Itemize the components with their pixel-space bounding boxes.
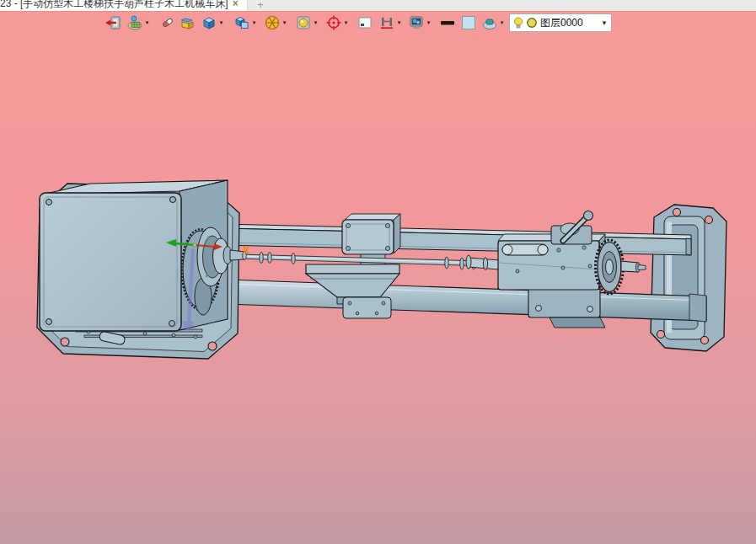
combo-dropdown-icon[interactable]: ▼ [601,19,608,27]
headstock-front[interactable] [40,193,181,331]
isometric-box-button[interactable] [179,14,196,31]
frame-corner-icon [357,14,373,31]
eraser-button[interactable] [159,14,176,31]
document-tab[interactable]: 23 - [手动仿型木工楼梯扶手葫芦柱子木工机械车床] × [0,0,247,11]
view-wheel-icon [264,14,281,31]
tab-bar: 23 - [手动仿型木工楼梯扶手葫芦柱子木工机械车床] × + [0,0,756,12]
dropdown-arrow-icon[interactable]: ▾ [395,14,403,31]
material-button[interactable] [126,14,143,31]
system-monitor-icon [408,14,425,31]
light-bulb-icon [513,17,523,29]
exit-button[interactable] [105,14,121,31]
new-tab-button[interactable]: + [247,0,273,11]
dropdown-arrow-icon[interactable]: ▾ [312,14,319,31]
carriage-box[interactable] [342,214,400,254]
right-mount-plate[interactable] [651,205,727,351]
color-swatch-icon [460,14,477,31]
dropdown-arrow-icon[interactable]: ▾ [217,14,225,31]
material-icon [126,14,143,31]
dropdown-arrow-icon[interactable]: ▾ [425,14,432,31]
dropdown-arrow-icon[interactable]: ▾ [342,14,350,31]
rail-clamp[interactable] [343,297,391,318]
upper-rail[interactable] [221,224,691,255]
layer-combobox[interactable]: 图层0000 ▼ [509,13,612,32]
isometric-box-icon [179,14,196,31]
frame-corner-button[interactable] [357,14,373,31]
view-wheel-button[interactable] [264,14,281,31]
render-mode-icon [295,14,312,31]
section-button[interactable] [378,14,395,31]
tailstock-spindle[interactable] [621,261,646,272]
view-cube-button[interactable] [201,14,217,31]
axis-x-label: X [242,243,250,257]
origin-target-icon [325,14,342,31]
document-tab-title: 23 - [手动仿型木工楼梯扶手葫芦柱子木工机械车床] [0,0,228,10]
cad-application-window: X 23 - [手动仿型木工楼梯扶手葫芦柱子木工机械车床] × + [0,0,756,544]
layer-name-label: 图层0000 [540,16,583,30]
view-cube-icon [201,14,217,31]
pick-hand-button[interactable] [481,14,498,31]
pick-hand-icon [481,14,498,31]
quick-access-toolbar: ▾ ▾ [0,12,612,34]
line-width-button[interactable] [439,14,456,31]
display-style-button[interactable] [233,14,250,31]
eraser-icon [159,14,176,31]
tab-close-icon[interactable]: × [233,0,239,10]
origin-target-button[interactable] [325,14,342,31]
display-style-icon [233,14,250,31]
line-width-icon [439,14,456,31]
render-mode-button[interactable] [295,14,312,31]
dropdown-arrow-icon[interactable]: ▾ [281,14,288,31]
color-swatch-button[interactable] [460,14,477,31]
dropdown-arrow-icon[interactable]: ▾ [250,14,258,31]
dropdown-arrow-icon[interactable]: ▾ [143,14,151,31]
dropdown-arrow-icon[interactable]: ▾ [498,14,506,31]
section-icon [378,14,395,31]
layer-color-circle-icon [526,17,538,29]
lower-tube-rail[interactable] [226,280,706,322]
viewport-3d[interactable]: X [0,0,756,544]
exit-icon [105,14,121,31]
system-monitor-button[interactable] [408,14,425,31]
